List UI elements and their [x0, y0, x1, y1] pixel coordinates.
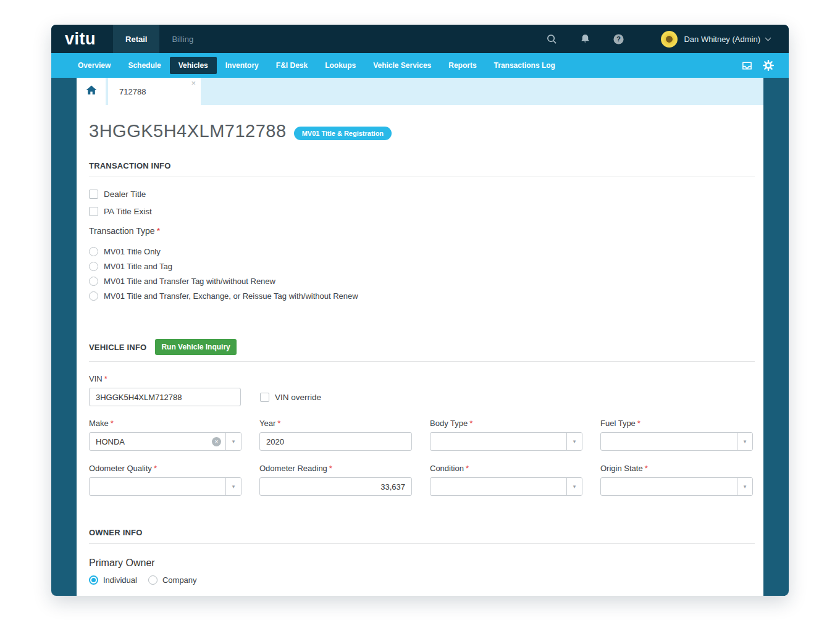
page-body: 712788 × 3HGGK5H4XLM712788 MV01 Title & …: [51, 78, 789, 596]
body-type-label: Body Type*: [430, 419, 582, 428]
run-vehicle-inquiry-button[interactable]: Run Vehicle Inquiry: [155, 339, 236, 355]
origin-state-label-text: Origin State: [600, 464, 643, 473]
nav-item-schedule-label: Schedule: [128, 61, 161, 70]
mv01-title-transfer-tag-radio[interactable]: [89, 277, 98, 286]
gear-icon[interactable]: [763, 60, 774, 71]
origin-state-field: Origin State* ▾: [600, 464, 753, 496]
pa-title-exist-checkbox[interactable]: [89, 207, 98, 216]
vehicle-info-heading: VEHICLE INFO: [89, 343, 146, 352]
required-marker: *: [466, 464, 469, 473]
nav-item-schedule[interactable]: Schedule: [119, 57, 169, 74]
mv01-title-only-radio[interactable]: [89, 247, 98, 256]
nav-item-vehicles-label: Vehicles: [178, 61, 208, 70]
transaction-option-row: MV01 Title and Tag: [89, 262, 755, 271]
condition-field: Condition* ▾: [430, 464, 582, 496]
dealer-title-checkbox[interactable]: [89, 190, 98, 199]
nav-item-inventory[interactable]: Inventory: [217, 57, 267, 74]
vin-input[interactable]: [90, 388, 240, 406]
header-tab-retail[interactable]: Retail: [113, 25, 159, 53]
required-marker: *: [154, 464, 157, 473]
owner-type-radios: Individual Company: [89, 575, 755, 593]
vin-override-checkbox[interactable]: [260, 393, 269, 402]
odometer-quality-select[interactable]: ▾: [89, 477, 242, 496]
mv01-title-and-tag-radio[interactable]: [89, 262, 98, 271]
help-icon[interactable]: ?: [611, 33, 625, 45]
home-tab[interactable]: [77, 78, 106, 105]
company-radio[interactable]: [148, 575, 158, 585]
notifications-bell-icon[interactable]: [578, 33, 592, 45]
dealer-title-label: Dealer Title: [104, 190, 146, 199]
nav-item-vehicles[interactable]: Vehicles: [170, 57, 217, 74]
document-tab-712788[interactable]: 712788 ×: [108, 78, 201, 105]
nav-item-vehicle-services[interactable]: Vehicle Services: [364, 57, 440, 74]
origin-state-select[interactable]: ▾: [600, 477, 753, 496]
make-field: Make* × ▾: [89, 419, 242, 451]
dropdown-arrow-icon[interactable]: ▾: [737, 433, 752, 450]
make-input[interactable]: [90, 433, 212, 450]
dropdown-arrow-icon[interactable]: ▾: [225, 478, 241, 495]
body-type-label-text: Body Type: [430, 419, 468, 428]
condition-select[interactable]: ▾: [430, 477, 582, 496]
odometer-reading-input-wrap: [259, 477, 412, 496]
search-icon[interactable]: [545, 33, 558, 45]
required-marker: *: [157, 226, 160, 236]
required-marker: *: [469, 419, 472, 428]
make-combobox[interactable]: × ▾: [89, 432, 242, 451]
header-right-cluster: ? Dan Whitney (Admin): [545, 31, 789, 48]
nav-item-reports-label: Reports: [448, 61, 476, 70]
nav-item-lookups[interactable]: Lookups: [316, 57, 364, 74]
top-header: vitu Retail Billing ? Dan Whitney (Admin…: [51, 25, 789, 53]
nav-item-reports[interactable]: Reports: [440, 57, 485, 74]
odometer-reading-label-text: Odometer Reading: [259, 464, 327, 473]
odometer-reading-input[interactable]: [260, 478, 411, 495]
vin-block: VIN* VIN override: [89, 374, 755, 406]
nav-item-fi-desk[interactable]: F&I Desk: [267, 57, 316, 74]
condition-label-text: Condition: [430, 464, 464, 473]
user-name[interactable]: Dan Whitney (Admin): [684, 35, 760, 44]
required-marker: *: [111, 419, 114, 428]
page-title: 3HGGK5H4XLM712788: [89, 121, 287, 141]
body-type-select[interactable]: ▾: [430, 432, 582, 451]
transaction-type-label-text: Transaction Type: [89, 226, 155, 236]
header-tab-billing[interactable]: Billing: [159, 25, 206, 53]
header-tab-billing-label: Billing: [172, 35, 193, 44]
transaction-option-row: MV01 Title and Transfer, Exchange, or Re…: [89, 291, 755, 301]
fuel-type-select[interactable]: ▾: [600, 432, 753, 451]
mv01-title-and-tag-label: MV01 Title and Tag: [104, 262, 172, 271]
nav-item-fi-desk-label: F&I Desk: [276, 61, 308, 70]
clear-icon[interactable]: ×: [212, 437, 221, 446]
nav-item-inventory-label: Inventory: [225, 61, 259, 70]
app-window: vitu Retail Billing ? Dan Whitney (Admin…: [51, 25, 789, 596]
individual-radio[interactable]: [89, 575, 98, 585]
vin-row: VIN override: [89, 388, 755, 406]
mv01-title-transfer-tag-label: MV01 Title and Transfer Tag with/without…: [104, 277, 275, 286]
year-label-text: Year: [259, 419, 275, 428]
year-input[interactable]: [260, 433, 411, 450]
dropdown-arrow-icon[interactable]: ▾: [566, 433, 582, 450]
odometer-reading-field: Odometer Reading*: [259, 464, 412, 496]
title-row: 3HGGK5H4XLM712788 MV01 Title & Registrat…: [89, 121, 755, 141]
pa-title-exist-label: PA Title Exist: [104, 207, 152, 216]
transaction-type-badge: MV01 Title & Registration: [294, 127, 392, 140]
company-label: Company: [162, 575, 197, 585]
home-icon: [85, 85, 98, 98]
mv01-title-only-label: MV01 Title Only: [104, 247, 161, 256]
dropdown-arrow-icon[interactable]: ▾: [737, 478, 752, 495]
close-tab-icon[interactable]: ×: [191, 79, 196, 87]
vehicle-info-heading-row: VEHICLE INFO Run Vehicle Inquiry: [89, 339, 755, 355]
chevron-down-icon[interactable]: [765, 35, 771, 41]
vitu-logo: vitu: [65, 31, 96, 48]
dropdown-arrow-icon[interactable]: ▾: [225, 433, 241, 450]
nav-item-transactions-log[interactable]: Transactions Log: [485, 57, 564, 74]
make-label-text: Make: [89, 419, 109, 428]
mv01-title-transfer-exchange-label: MV01 Title and Transfer, Exchange, or Re…: [104, 291, 358, 301]
nav-item-overview[interactable]: Overview: [69, 57, 119, 74]
dropdown-arrow-icon[interactable]: ▾: [566, 478, 582, 495]
user-avatar[interactable]: [661, 31, 678, 48]
primary-owner-label: Primary Owner: [89, 558, 755, 569]
vin-override-label: VIN override: [275, 393, 321, 402]
inbox-icon[interactable]: [741, 60, 753, 72]
mv01-title-transfer-exchange-radio[interactable]: [89, 291, 98, 301]
year-input-wrap: [259, 432, 412, 451]
required-marker: *: [277, 419, 280, 428]
